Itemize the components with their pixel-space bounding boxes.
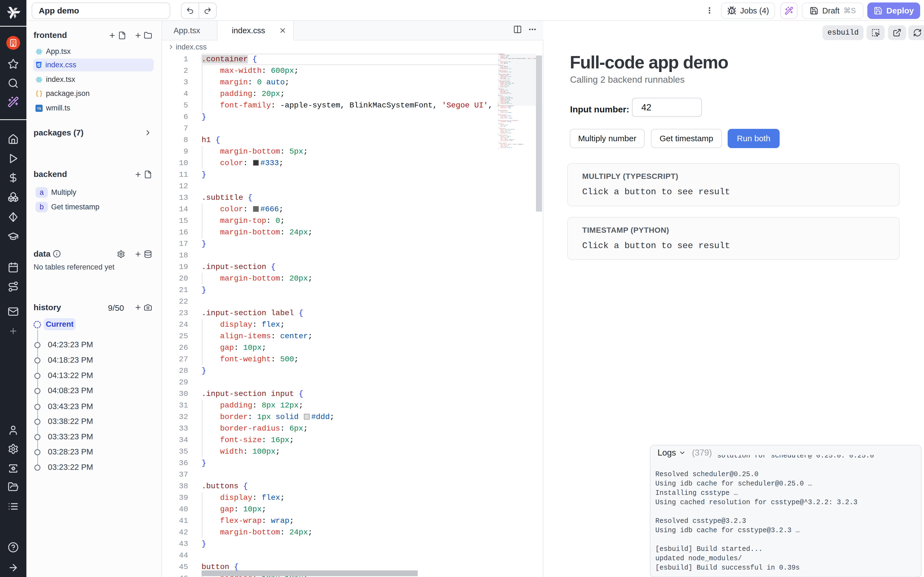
- svg-text:TS: TS: [37, 107, 41, 110]
